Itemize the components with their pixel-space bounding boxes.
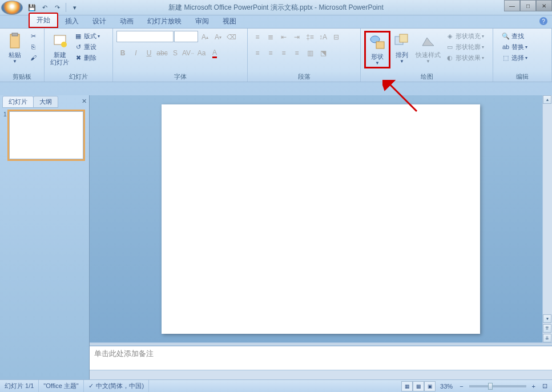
slide-editor[interactable]: ▴ ▾ ⇈ ⇊ xyxy=(90,95,552,342)
font-family-select[interactable] xyxy=(116,31,174,42)
prev-slide-icon[interactable]: ⇈ xyxy=(543,324,551,333)
titlebar: 💾 ↶ ↷ ▾ 新建 Microsoft Office PowerPoint 演… xyxy=(0,0,552,15)
slide-canvas[interactable] xyxy=(162,104,480,334)
decrease-indent-button[interactable]: ⇤ xyxy=(277,31,290,43)
editing-group-label: 编辑 xyxy=(493,72,551,82)
clear-format-button[interactable]: ⌫ xyxy=(225,31,237,43)
copy-button[interactable]: ⎘ xyxy=(27,42,40,52)
align-left-button[interactable]: ≡ xyxy=(251,47,264,59)
svg-rect-1 xyxy=(12,33,18,36)
zoom-out-button[interactable]: − xyxy=(457,380,465,392)
tab-animation[interactable]: 动画 xyxy=(113,15,140,28)
tab-outline-panel[interactable]: 大纲 xyxy=(33,96,58,108)
bullets-button[interactable]: ≡ xyxy=(251,31,264,43)
shape-outline-button[interactable]: ▭形状轮廓▾ xyxy=(444,42,485,52)
save-icon[interactable]: 💾 xyxy=(26,2,38,13)
help-icon[interactable]: ? xyxy=(539,17,547,25)
new-slide-button[interactable]: 新建 幻灯片 xyxy=(48,31,71,67)
align-right-button[interactable]: ≡ xyxy=(277,47,290,59)
normal-view-button[interactable]: ▦ xyxy=(401,381,413,391)
scroll-up-icon[interactable]: ▴ xyxy=(543,95,551,104)
reset-button[interactable]: ↺重设 xyxy=(72,42,101,52)
redo-icon[interactable]: ↷ xyxy=(51,2,63,13)
status-language-label: 中文(简体，中国) xyxy=(96,382,144,390)
shapes-button[interactable]: 形状 ▼ xyxy=(364,31,390,68)
tab-design[interactable]: 设计 xyxy=(86,15,113,28)
tab-home[interactable]: 开始 xyxy=(29,13,58,28)
status-slide-info[interactable]: 幻灯片 1/1 xyxy=(0,380,39,392)
line-spacing-button[interactable]: ‡≡ xyxy=(304,31,316,43)
group-font: A▴ A▾ ⌫ B I U abc S AV↔ Aa A 字体 xyxy=(113,29,248,82)
font-size-select[interactable] xyxy=(174,31,198,42)
align-text-button[interactable]: ⊟ xyxy=(330,31,343,43)
window-controls: — □ ✕ xyxy=(504,0,552,11)
underline-button[interactable]: U xyxy=(143,47,155,59)
zoom-level[interactable]: 33% xyxy=(436,380,457,392)
maximize-button[interactable]: □ xyxy=(520,0,536,11)
delete-label: 删除 xyxy=(84,54,96,62)
quick-styles-button[interactable]: 快速样式 ▼ xyxy=(413,31,443,65)
paste-button[interactable]: 粘贴 ▼ xyxy=(3,31,26,65)
tab-slides-panel[interactable]: 幻灯片 xyxy=(2,96,34,108)
numbering-button[interactable]: ≣ xyxy=(264,31,277,43)
qat-customize-icon[interactable]: ▾ xyxy=(69,2,80,13)
layout-button[interactable]: ▦版式▾ xyxy=(72,31,101,41)
zoom-slider[interactable] xyxy=(469,385,526,387)
minimize-button[interactable]: — xyxy=(504,0,520,11)
columns-button[interactable]: ▥ xyxy=(304,47,316,59)
office-button[interactable] xyxy=(1,1,23,15)
next-slide-icon[interactable]: ⇊ xyxy=(543,334,551,342)
zoom-in-button[interactable]: + xyxy=(530,380,538,392)
strikethrough-button[interactable]: abc xyxy=(156,47,168,59)
text-direction-button[interactable]: ↕A xyxy=(317,31,329,43)
tab-insert[interactable]: 插入 xyxy=(58,15,86,28)
increase-indent-button[interactable]: ⇥ xyxy=(291,31,303,43)
thumbnail-item[interactable]: 1 xyxy=(3,111,86,159)
slideshow-view-button[interactable]: ▣ xyxy=(424,381,436,391)
format-painter-button[interactable]: 🖌 xyxy=(27,52,40,63)
tab-review[interactable]: 审阅 xyxy=(188,15,216,28)
thumbnail-preview xyxy=(9,111,83,159)
replace-label: 替换 xyxy=(511,43,524,51)
select-icon: ⬚ xyxy=(501,53,510,62)
shrink-font-button[interactable]: A▾ xyxy=(212,31,224,43)
tab-view[interactable]: 视图 xyxy=(216,15,243,28)
bold-button[interactable]: B xyxy=(116,47,129,59)
spellcheck-icon: ✓ xyxy=(88,382,94,390)
tab-slideshow[interactable]: 幻灯片放映 xyxy=(140,15,188,28)
arrange-label: 排列 xyxy=(396,51,408,59)
undo-icon[interactable]: ↶ xyxy=(39,2,50,13)
justify-button[interactable]: ≡ xyxy=(291,47,303,59)
select-button[interactable]: ⬚选择▾ xyxy=(500,52,529,63)
change-case-button[interactable]: Aa xyxy=(195,47,208,59)
arrange-button[interactable]: 排列 ▼ xyxy=(390,31,413,65)
vertical-scrollbar[interactable]: ▴ ▾ ⇈ ⇊ xyxy=(542,95,552,342)
horizontal-scrollbar[interactable] xyxy=(90,370,552,379)
quick-styles-dropdown-icon: ▼ xyxy=(426,59,430,64)
shadow-button[interactable]: S xyxy=(169,47,182,59)
align-center-button[interactable]: ≡ xyxy=(264,47,277,59)
status-theme[interactable]: "Office 主题" xyxy=(39,380,83,392)
find-button[interactable]: 🔍查找 xyxy=(500,31,529,41)
notes-pane[interactable]: 单击此处添加备注 xyxy=(90,346,552,370)
layout-icon: ▦ xyxy=(74,31,83,41)
shape-effects-button[interactable]: ◐形状效果▾ xyxy=(444,52,485,63)
sorter-view-button[interactable]: ▩ xyxy=(413,381,424,391)
cut-button[interactable]: ✂ xyxy=(27,31,40,41)
thumbnail-number: 1 xyxy=(3,111,7,159)
scroll-down-icon[interactable]: ▾ xyxy=(543,314,551,323)
delete-button[interactable]: ✖删除 xyxy=(72,52,101,63)
font-color-button[interactable]: A xyxy=(208,47,221,59)
zoom-thumb[interactable] xyxy=(488,383,493,390)
panel-close-icon[interactable]: ✕ xyxy=(82,98,87,105)
fit-window-button[interactable]: ⊡ xyxy=(538,380,552,392)
effects-icon: ◐ xyxy=(445,53,454,62)
status-language[interactable]: ✓中文(简体，中国) xyxy=(84,380,149,392)
char-spacing-button[interactable]: AV↔ xyxy=(182,47,195,59)
convert-smartart-button[interactable]: ⬔ xyxy=(317,47,329,59)
close-button[interactable]: ✕ xyxy=(536,0,552,11)
replace-button[interactable]: ab替换▾ xyxy=(500,42,529,52)
grow-font-button[interactable]: A▴ xyxy=(199,31,211,43)
italic-button[interactable]: I xyxy=(130,47,142,59)
shape-fill-button[interactable]: ◈形状填充▾ xyxy=(444,31,485,41)
